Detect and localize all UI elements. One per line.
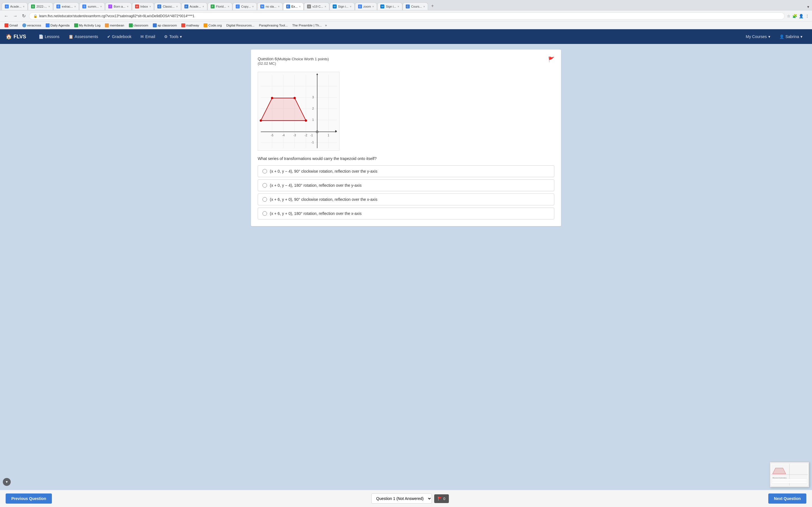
tab-11[interactable]: N no sla... × <box>257 3 283 10</box>
bookmark-preamble[interactable]: The Preamble | Th... <box>290 23 323 27</box>
tab-close[interactable]: × <box>49 5 50 8</box>
answer-text-d: (x + 6, y + 0), 180° rotation, reflectio… <box>270 211 361 216</box>
bookmark-ap-classroom[interactable]: ap classroom <box>151 23 179 28</box>
flag-count: 0 <box>443 497 445 501</box>
bookmark-activity-log[interactable]: My Activity Log <box>72 23 102 28</box>
tab-5[interactable]: * Born a... × <box>105 3 132 10</box>
tab-close[interactable]: × <box>372 5 374 8</box>
new-tab-button[interactable]: + <box>428 2 437 10</box>
tab-close[interactable]: × <box>324 5 326 8</box>
tab-2[interactable]: G 2022-... × <box>28 3 53 10</box>
reload-button[interactable]: ↻ <box>21 12 27 20</box>
tab-title: extrac... <box>62 5 73 8</box>
extension-icon[interactable]: 🧩 <box>792 14 797 18</box>
tab-10[interactable]: C Copy... × <box>233 3 257 10</box>
bookmark-veracross[interactable]: veracross <box>20 23 43 28</box>
tab-close[interactable]: × <box>202 5 204 8</box>
question-text: What series of transformations would car… <box>258 156 554 161</box>
tab-close[interactable]: × <box>350 5 352 8</box>
flag-button[interactable]: 🚩 <box>548 56 554 62</box>
bookmark-codeorg[interactable]: Code.org <box>202 23 223 28</box>
tab-favicon: * <box>108 4 112 8</box>
answer-option-c[interactable]: (x + 6, y + 0), 90° clockwise rotation, … <box>258 193 554 205</box>
tab-16[interactable]: M Sign i... × <box>377 3 402 10</box>
bookmark-paraphrasing[interactable]: Paraphrasing Tool... <box>257 23 289 27</box>
bookmark-gmail[interactable]: Gmail <box>3 23 19 28</box>
nav-assessments[interactable]: 📋 Assessments <box>64 32 102 41</box>
nav-email[interactable]: ✉ Email <box>137 32 159 41</box>
bookmark-label: The Preamble | Th... <box>292 24 321 27</box>
tab-6[interactable]: M Inbox × <box>132 3 154 10</box>
tab-close[interactable]: × <box>227 5 229 8</box>
question-dropdown[interactable]: Question 1 (Not Answered) Question 2 (No… <box>371 494 432 504</box>
nav-lessons[interactable]: 📄 Lessons <box>35 32 63 41</box>
tab-9[interactable]: F Florid... × <box>207 3 233 10</box>
bookmarks-more-button[interactable]: » <box>325 23 327 27</box>
tab-favicon: A <box>5 4 9 8</box>
tab-8[interactable]: A Acade... × <box>181 3 207 10</box>
url-text: learn.flvs.net/educator/student/examform… <box>39 14 780 18</box>
bookmark-daily-agenda[interactable]: Daily Agenda <box>44 23 71 28</box>
forward-button[interactable]: → <box>12 12 18 20</box>
tab-list-button[interactable]: ▾ <box>806 3 810 10</box>
tab-title: no sla... <box>266 5 276 8</box>
bookmark-classroom[interactable]: classroom <box>127 23 150 28</box>
answer-radio-b[interactable] <box>262 183 267 187</box>
tab-13[interactable]: V v19 C... × <box>304 3 329 10</box>
bookmark-label: classroom <box>134 24 148 27</box>
answer-option-d[interactable]: (x + 6, y + 0), 180° rotation, reflectio… <box>258 208 554 219</box>
bookmark-label: membean <box>110 24 124 27</box>
bookmark-digital-resources[interactable]: Digital Resources... <box>225 23 256 27</box>
profile-icon[interactable]: 👤 <box>799 14 804 18</box>
menu-icon[interactable]: ⋮ <box>805 14 809 18</box>
thumbnail-overlay: What series of transformations... <box>770 462 809 487</box>
tab-close[interactable]: × <box>252 5 254 8</box>
answer-radio-c[interactable] <box>262 197 267 202</box>
tab-close[interactable]: × <box>149 5 151 8</box>
answer-radio-a[interactable] <box>262 169 267 173</box>
tab-close[interactable]: × <box>100 5 102 8</box>
tab-title: v19 C... <box>312 5 323 8</box>
tab-4[interactable]: S summ... × <box>79 3 105 10</box>
address-bar-row: ← → ↻ 🔒 learn.flvs.net/educator/student/… <box>0 10 812 21</box>
tab-favicon: V <box>307 4 311 8</box>
tab-close[interactable]: × <box>176 5 178 8</box>
tab-1[interactable]: A Acade... × <box>2 3 28 10</box>
nav-tools[interactable]: ⚙ Tools ▾ <box>160 32 186 41</box>
tab-close[interactable]: × <box>127 5 129 8</box>
next-question-button[interactable]: Next Question <box>768 494 806 504</box>
nav-gradebook[interactable]: ✔ Gradebook <box>103 32 135 41</box>
tab-close[interactable]: × <box>398 5 399 8</box>
tab-close[interactable]: × <box>23 5 24 8</box>
bookmark-membean[interactable]: membean <box>103 23 126 28</box>
tab-close[interactable]: × <box>278 5 280 8</box>
tab-favicon: A <box>185 4 188 8</box>
tab-14[interactable]: M Sign i... × <box>329 3 355 10</box>
tab-17[interactable]: C Cours... × <box>403 3 428 10</box>
nav-my-courses[interactable]: My Courses ▾ <box>742 32 774 41</box>
svg-text:-1: -1 <box>311 141 314 144</box>
tab-3[interactable]: E extrac... × <box>53 3 79 10</box>
tab-close[interactable]: × <box>74 5 76 8</box>
answer-option-b[interactable]: (x + 0, y − 4), 180° rotation, reflectio… <box>258 179 554 191</box>
tab-15[interactable]: G zoom × <box>355 3 377 10</box>
nav-sabrina[interactable]: 👤 Sabrina ▾ <box>775 32 806 41</box>
tab-favicon: G <box>358 4 362 8</box>
bookmark-label: mathway <box>186 24 199 27</box>
y-axis-arrow <box>316 73 318 75</box>
bookmark-mathway[interactable]: mathway <box>180 23 201 28</box>
bookmark-star-icon[interactable]: ☆ <box>787 14 791 18</box>
address-bar[interactable]: 🔒 learn.flvs.net/educator/student/examfo… <box>29 12 784 20</box>
answer-radio-d[interactable] <box>262 211 267 216</box>
app-logo[interactable]: 🏠 FLVS <box>6 34 26 40</box>
scroll-down-indicator[interactable]: ▼ <box>3 478 11 486</box>
previous-question-button[interactable]: Previous Question <box>6 494 52 504</box>
flag-count-button[interactable]: 🚩 0 <box>434 494 449 503</box>
tab-close[interactable]: × <box>423 5 425 8</box>
back-button[interactable]: ← <box>3 12 10 20</box>
answer-option-a[interactable]: (x + 0, y − 4), 90° clockwise rotation, … <box>258 165 554 177</box>
tab-12-active[interactable]: E Ex... × <box>283 3 304 10</box>
tab-close-active[interactable]: × <box>299 5 301 8</box>
tab-7[interactable]: C Classc... × <box>154 3 181 10</box>
main-content: Question 6(Multiple Choice Worth 1 point… <box>0 44 812 494</box>
